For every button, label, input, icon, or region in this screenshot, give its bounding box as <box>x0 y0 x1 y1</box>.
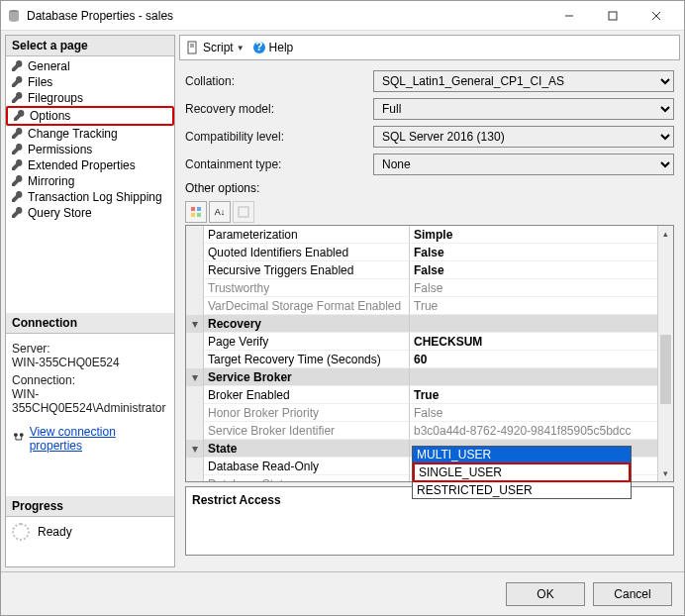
page-item-general[interactable]: General <box>6 58 174 74</box>
expand-toggle <box>186 244 204 261</box>
grid-key: Service Broker <box>204 368 410 386</box>
compatibility-level-select[interactable]: SQL Server 2016 (130) <box>373 126 674 148</box>
page-item-label: Filegroups <box>28 91 83 105</box>
expand-toggle <box>186 422 204 440</box>
page-item-extended-properties[interactable]: Extended Properties <box>6 157 174 173</box>
toolbar: Script ▼ ? Help <box>179 35 680 60</box>
grid-key: VarDecimal Storage Format Enabled <box>204 297 410 315</box>
grid-row-service-broker-identifier[interactable]: Service Broker Identifierb3c0a44d-8762-4… <box>186 422 657 440</box>
expand-toggle[interactable]: ▾ <box>186 368 204 386</box>
scroll-down-icon[interactable]: ▾ <box>658 465 673 481</box>
grid-value: False <box>410 244 657 261</box>
view-connection-properties-link[interactable]: View connection properties <box>30 425 168 453</box>
grid-category-recovery[interactable]: ▾Recovery <box>186 315 657 333</box>
page-item-label: Transaction Log Shipping <box>28 190 162 204</box>
grid-row-broker-enabled[interactable]: Broker EnabledTrue <box>186 386 657 404</box>
grid-row-quoted-identifiers-enabled[interactable]: Quoted Identifiers EnabledFalse <box>186 244 657 261</box>
property-grid[interactable]: ParameterizationSimpleQuoted Identifiers… <box>185 225 674 482</box>
page-item-permissions[interactable]: Permissions <box>6 142 174 157</box>
grid-row-trustworthy[interactable]: TrustworthyFalse <box>186 279 657 297</box>
expand-toggle[interactable]: ▾ <box>186 315 204 333</box>
svg-point-6 <box>20 433 24 437</box>
help-label: Help <box>269 41 294 54</box>
grid-value: CHECKSUM <box>410 333 657 351</box>
grid-key: State <box>204 440 410 458</box>
maximize-button[interactable] <box>591 2 635 30</box>
page-item-change-tracking[interactable]: Change Tracking <box>6 126 174 142</box>
server-label: Server: <box>12 342 168 356</box>
grid-value: False <box>410 279 657 297</box>
grid-row-recursive-triggers-enabled[interactable]: Recursive Triggers EnabledFalse <box>186 261 657 279</box>
restrict-access-dropdown[interactable]: MULTI_USERSINGLE_USERRESTRICTED_USER <box>412 446 632 499</box>
page-item-label: General <box>28 59 70 73</box>
containment-type-select[interactable]: None <box>373 154 674 175</box>
progress-ring-icon <box>12 523 30 541</box>
grid-value: b3c0a44d-8762-4920-9841f85905c5bdcc <box>410 422 657 440</box>
svg-text:?: ? <box>255 41 262 53</box>
page-item-label: Query Store <box>28 206 92 220</box>
page-item-label: Extended Properties <box>28 158 136 172</box>
expand-toggle <box>186 226 204 244</box>
expand-toggle <box>186 404 204 422</box>
wrench-icon <box>10 91 24 105</box>
grid-key: Database State <box>204 475 410 482</box>
expand-toggle <box>186 351 204 368</box>
property-pages-button[interactable] <box>233 201 254 223</box>
wrench-icon <box>10 127 24 141</box>
grid-category-service-broker[interactable]: ▾Service Broker <box>186 368 657 386</box>
grid-key: Quoted Identifiers Enabled <box>204 244 410 261</box>
page-item-transaction-log-shipping[interactable]: Transaction Log Shipping <box>6 189 174 205</box>
window: Database Properties - sales Select a pag… <box>0 0 685 616</box>
scrollbar[interactable]: ▴ ▾ <box>657 226 673 481</box>
grid-row-vardecimal-storage-format-enabled[interactable]: VarDecimal Storage Format EnabledTrue <box>186 297 657 315</box>
categorized-button[interactable] <box>185 201 207 223</box>
grid-key: Page Verify <box>204 333 410 351</box>
expand-toggle[interactable]: ▾ <box>186 440 204 458</box>
grid-value <box>410 315 657 333</box>
titlebar: Database Properties - sales <box>1 1 684 31</box>
wrench-icon <box>10 174 24 188</box>
connection-label: Connection: <box>12 373 168 387</box>
window-title: Database Properties - sales <box>27 9 547 23</box>
database-icon <box>7 9 21 23</box>
expand-toggle <box>186 458 204 475</box>
script-icon <box>186 41 200 54</box>
collation-select[interactable]: SQL_Latin1_General_CP1_CI_AS <box>373 70 674 92</box>
scroll-up-icon[interactable]: ▴ <box>658 226 673 242</box>
page-item-filegroups[interactable]: Filegroups <box>6 90 174 106</box>
server-value: WIN-355CHQ0E524 <box>12 356 168 369</box>
help-button[interactable]: ? Help <box>252 41 294 54</box>
page-item-query-store[interactable]: Query Store <box>6 205 174 221</box>
scroll-thumb[interactable] <box>660 335 671 404</box>
recovery-model-label: Recovery model: <box>185 102 373 116</box>
expand-toggle <box>186 333 204 351</box>
grid-key: Honor Broker Priority <box>204 404 410 422</box>
grid-row-page-verify[interactable]: Page VerifyCHECKSUM <box>186 333 657 351</box>
recovery-model-select[interactable]: Full <box>373 98 674 120</box>
expand-toggle <box>186 475 204 482</box>
dropdown-option-restricted_user[interactable]: RESTRICTED_USER <box>413 482 631 498</box>
minimize-button[interactable] <box>547 2 591 30</box>
dropdown-option-multi_user[interactable]: MULTI_USER <box>413 447 631 462</box>
script-label: Script <box>203 41 234 54</box>
grid-row-target-recovery-time-seconds-[interactable]: Target Recovery Time (Seconds)60 <box>186 351 657 368</box>
page-list: GeneralFilesFilegroupsOptionsChange Trac… <box>6 56 174 223</box>
other-options-label: Other options: <box>185 181 674 195</box>
close-button[interactable] <box>635 2 678 30</box>
page-item-options[interactable]: Options <box>6 106 174 126</box>
page-item-mirroring[interactable]: Mirroring <box>6 173 174 189</box>
alphabetical-button[interactable]: A↓ <box>209 201 231 223</box>
expand-toggle <box>186 261 204 279</box>
grid-row-honor-broker-priority[interactable]: Honor Broker PriorityFalse <box>186 404 657 422</box>
svg-rect-14 <box>191 213 195 217</box>
script-button[interactable]: Script ▼ <box>186 41 245 54</box>
grid-key: Database Read-Only <box>204 458 410 475</box>
expand-toggle <box>186 297 204 315</box>
dropdown-option-single_user[interactable]: SINGLE_USER <box>413 462 631 482</box>
help-icon: ? <box>252 41 266 54</box>
cancel-button[interactable]: Cancel <box>593 582 672 606</box>
ok-button[interactable]: OK <box>506 582 585 606</box>
page-item-files[interactable]: Files <box>6 74 174 90</box>
chevron-down-icon: ▼ <box>237 44 245 52</box>
grid-row-parameterization[interactable]: ParameterizationSimple <box>186 226 657 244</box>
